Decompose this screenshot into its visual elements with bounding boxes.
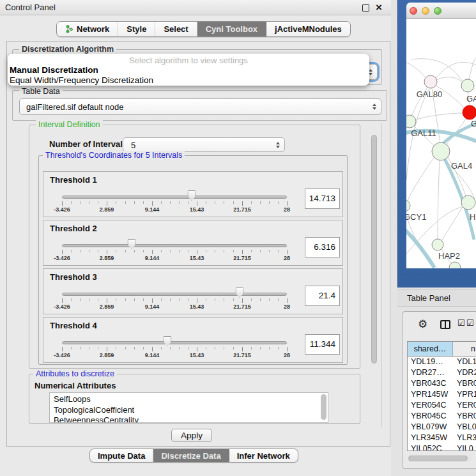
table-horizontal-scrollbar[interactable] (408, 455, 472, 462)
node-h[interactable] (461, 196, 475, 210)
checkbox-icon[interactable]: ☑ (466, 318, 474, 328)
algorithm-group-legend: Discretization Algorithm (19, 45, 116, 54)
app-screen: Control Panel × Network Style Select Cyn… (0, 0, 476, 476)
list-item[interactable]: BetweennessCentrality (54, 415, 328, 423)
table-row[interactable]: YPR145WYPR1 (408, 389, 476, 400)
threshold-3-slider-thumb[interactable] (236, 288, 244, 298)
gear-icon[interactable]: ⚙ (418, 318, 427, 331)
scale-label: 15.43 (190, 303, 204, 310)
zoom-traffic-light-icon[interactable] (434, 7, 441, 15)
minimize-traffic-light-icon[interactable] (422, 7, 429, 15)
tab-style[interactable]: Style (118, 22, 155, 36)
threshold-3-value-field[interactable]: 21.4 (305, 286, 340, 306)
cell[interactable]: YBR045C (408, 411, 453, 422)
threshold-2-slider-thumb[interactable] (128, 239, 136, 249)
cell[interactable]: YDR27… (408, 367, 453, 378)
settings-scrollbar[interactable] (371, 135, 377, 364)
slider-ticks (62, 201, 288, 206)
node-gcy1[interactable] (406, 200, 410, 211)
network-icon (65, 25, 73, 33)
node-attribute-table[interactable]: shared… n YDL19…YDL1 YDR27…YDR2 YBR043CY… (407, 341, 476, 451)
cell[interactable]: YLR345W (408, 433, 453, 443)
tab-jactivemnodules[interactable]: jActiveMNodules (266, 22, 350, 36)
node-gal11[interactable] (406, 115, 416, 128)
network-canvas[interactable]: GAL80 GA G GAL11 GAL4 GCY1 H HAP2 (406, 19, 476, 268)
thresholds-group: Threshold's Coordinates for 5 Intervals … (38, 155, 348, 365)
table-row[interactable]: YBR045CYBR0 (408, 411, 476, 422)
cell[interactable]: YBR0 (453, 378, 476, 389)
cell[interactable]: YPR1 (453, 389, 476, 400)
cell[interactable]: YBR0 (453, 411, 476, 422)
threshold-1-slider-track[interactable] (62, 196, 287, 199)
close-traffic-light-icon[interactable] (410, 7, 417, 15)
node-hap2[interactable] (432, 239, 443, 250)
split-columns-icon[interactable] (440, 320, 450, 329)
table-row[interactable]: YLR345WYLR3 (408, 433, 476, 443)
cell[interactable]: YIL052C (408, 443, 453, 451)
float-window-icon[interactable] (362, 4, 369, 12)
network-window-titlebar[interactable] (406, 3, 476, 19)
checkbox-icon[interactable]: ☑ (457, 318, 465, 328)
threshold-4-value-field[interactable]: 11.344 (305, 334, 340, 355)
node-label: GCY1 (406, 212, 426, 222)
threshold-2-box: Threshold 2 -3.426 2.859 9.144 15.43 21.… (43, 220, 343, 266)
tab-discretize-data[interactable]: Discretize Data (153, 449, 229, 462)
threshold-4-title: Threshold 4 (50, 321, 97, 330)
tab-impute-data[interactable]: Impute Data (90, 449, 153, 462)
threshold-3-slider-track[interactable] (62, 293, 287, 296)
table-row[interactable]: YDL19…YDL1 (408, 357, 476, 367)
list-scrollbar[interactable] (321, 394, 326, 420)
threshold-1-slider-thumb[interactable] (188, 190, 196, 201)
cell[interactable]: YIL0 (453, 443, 476, 451)
tab-select[interactable]: Select (155, 22, 197, 36)
tab-infer-network[interactable]: Infer Network (229, 449, 298, 462)
list-item[interactable]: TopologicalCoefficient (54, 405, 328, 416)
table-row[interactable]: YDR27…YDR2 (408, 367, 476, 378)
threshold-1-value-field[interactable]: 14.713 (305, 188, 340, 209)
settings-scroll-area: Interval Definition Number of Intervals … (10, 123, 382, 427)
cell[interactable]: YBR043C (408, 378, 453, 389)
cell[interactable]: YLR3 (453, 433, 476, 443)
tab-cyni-toolbox[interactable]: Cyni Toolbox (197, 22, 266, 36)
scale-label: 15.43 (190, 255, 204, 261)
scale-label: 28 (284, 255, 290, 261)
scale-label: -3.426 (54, 255, 70, 261)
combo-stepper-icon (276, 142, 280, 148)
cell[interactable]: YPR145W (408, 389, 453, 400)
table-row[interactable]: YBR043CYBR0 (408, 378, 476, 389)
cell[interactable]: YDR2 (453, 367, 476, 378)
cell[interactable]: YBL0 (453, 422, 476, 433)
apply-button[interactable]: Apply (171, 429, 212, 442)
close-icon[interactable]: × (376, 1, 382, 15)
tab-network[interactable]: Network (57, 22, 118, 36)
dropdown-option-equal-width-frequency[interactable]: Equal Width/Frequency Discretization (8, 75, 369, 86)
cell[interactable]: YBL079W (408, 422, 453, 433)
node-gal4[interactable] (432, 142, 450, 160)
column-header-name[interactable]: n (453, 342, 476, 356)
table-row[interactable]: YER054CYER0 (408, 400, 476, 411)
cell[interactable]: YER0 (453, 400, 476, 411)
slider-scale: -3.426 2.859 9.144 15.43 21.715 28 (43, 303, 344, 311)
dropdown-option-manual-discretization[interactable]: Manual Discretization (8, 65, 369, 75)
table-data-combobox[interactable]: galFiltered.sif default node (19, 98, 381, 115)
node-gal80[interactable] (424, 75, 437, 88)
numerical-attributes-list[interactable]: SelfLoops TopologicalCoefficient Between… (49, 392, 328, 423)
cell[interactable]: YDL19… (408, 357, 453, 367)
threshold-4-slider-thumb[interactable] (164, 336, 172, 346)
control-panel-tabbar: Network Style Select Cyni Toolbox jActiv… (56, 21, 351, 37)
node-top-right[interactable] (461, 79, 474, 92)
table-header-row: shared… n (408, 342, 476, 357)
node-red-selected[interactable] (463, 105, 476, 119)
threshold-2-slider-track[interactable] (62, 244, 287, 247)
dropdown-placeholder-option[interactable]: Select algorithm to view settings (8, 56, 369, 65)
cell[interactable]: YDL1 (453, 357, 476, 367)
table-row[interactable]: YIL052CYIL0 (408, 443, 476, 451)
threshold-4-slider-track[interactable] (62, 341, 287, 344)
list-item[interactable]: SelfLoops (54, 394, 328, 405)
column-header-shared-name[interactable]: shared… (408, 342, 453, 356)
number-of-intervals-combobox[interactable]: 5 (123, 137, 285, 152)
cell[interactable]: YER054C (408, 400, 453, 411)
scrollbar-thumb[interactable] (408, 456, 468, 461)
table-row[interactable]: YBL079WYBL0 (408, 422, 476, 433)
threshold-2-value-field[interactable]: 6.316 (305, 237, 340, 257)
